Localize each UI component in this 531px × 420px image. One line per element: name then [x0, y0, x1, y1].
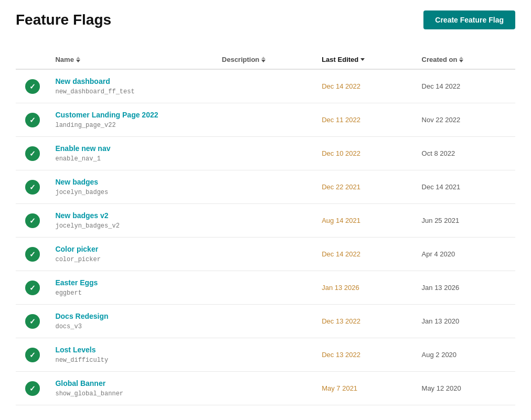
table-header-row: Name Description: [16, 50, 515, 69]
row-status-cell: ✓: [16, 372, 49, 405]
page-title: Feature Flags: [16, 12, 111, 28]
row-name-cell[interactable]: New badgesjocelyn_badges: [49, 170, 215, 204]
row-status-cell: ✓: [16, 238, 49, 271]
row-status-cell: ✓: [16, 305, 49, 338]
row-name-cell[interactable]: New dashboardnew_dashboard_ff_test: [49, 69, 215, 103]
table-row[interactable]: ✓Docs Redesigndocs_v3Dec 13 2022Jan 13 2…: [16, 305, 515, 338]
flag-key: enable_nav_1: [55, 155, 100, 163]
row-last-edited-cell: Aug 14 2021: [315, 204, 415, 238]
row-description-cell: [216, 170, 315, 204]
table-row[interactable]: ✓Customer Landing Page 2022landing_page_…: [16, 103, 515, 137]
enabled-check-icon: ✓: [25, 247, 40, 262]
row-last-edited-cell: May 7 2021: [315, 372, 415, 405]
name-sort-icon[interactable]: [76, 57, 80, 62]
table-row[interactable]: ✓Color pickercolor_pickerDec 14 2022Apr …: [16, 238, 515, 271]
row-created-on-cell: Dec 14 2022: [416, 69, 515, 103]
row-status-cell: ✓: [16, 271, 49, 305]
row-created-on-cell: Apr 4 2020: [416, 238, 515, 271]
row-description-cell: [216, 69, 315, 103]
row-created-on-cell: Nov 22 2022: [416, 103, 515, 137]
flag-key: new_dashboard_ff_test: [55, 88, 134, 95]
table-row[interactable]: ✓New dashboardnew_dashboard_ff_testDec 1…: [16, 69, 515, 103]
row-name-cell[interactable]: Easter Eggseggbert: [49, 271, 215, 305]
flag-name[interactable]: New badges: [55, 178, 209, 186]
row-name-cell[interactable]: Color pickercolor_picker: [49, 238, 215, 271]
row-description-cell: [216, 271, 315, 305]
table-row[interactable]: ✓Lost Levelsnew_difficultyDec 13 2022Aug…: [16, 338, 515, 372]
table-row[interactable]: ✓New badgesjocelyn_badgesDec 22 2021Dec …: [16, 170, 515, 204]
row-last-edited-cell: Dec 22 2021: [315, 170, 415, 204]
row-status-cell: ✓: [16, 137, 49, 170]
table-row[interactable]: ✓Global Bannershow_global_bannerMay 7 20…: [16, 372, 515, 405]
row-created-on-cell: Jun 25 2021: [416, 204, 515, 238]
enabled-check-icon: ✓: [25, 79, 40, 94]
feature-flags-table-wrap: Name Description: [16, 50, 515, 405]
row-status-cell: ✓: [16, 170, 49, 204]
flag-name[interactable]: New badges v2: [55, 211, 209, 220]
flag-key: jocelyn_badges_v2: [55, 222, 119, 230]
row-description-cell: [216, 338, 315, 372]
row-last-edited-cell: Dec 11 2022: [315, 103, 415, 137]
created-sort-icon[interactable]: [459, 57, 463, 62]
enabled-check-icon: ✓: [25, 113, 40, 127]
flag-name[interactable]: Global Banner: [55, 379, 209, 387]
row-name-cell[interactable]: Enable new navenable_nav_1: [49, 137, 215, 170]
table-row[interactable]: ✓New badges v2jocelyn_badges_v2Aug 14 20…: [16, 204, 515, 238]
flag-key: show_global_banner: [55, 390, 123, 397]
row-created-on-cell: Jan 13 2026: [416, 271, 515, 305]
row-last-edited-cell: Jan 13 2026: [315, 271, 415, 305]
enabled-check-icon: ✓: [25, 348, 40, 362]
row-created-on-cell: May 12 2020: [416, 372, 515, 405]
row-name-cell[interactable]: Global Bannershow_global_banner: [49, 372, 215, 405]
row-description-cell: [216, 103, 315, 137]
row-last-edited-cell: Dec 13 2022: [315, 338, 415, 372]
page-container: Feature Flags Create Feature Flag Name: [0, 0, 531, 416]
flag-key: new_difficulty: [55, 357, 108, 364]
desc-sort-icon[interactable]: [261, 57, 266, 62]
col-header-last-edited[interactable]: Last Edited: [315, 50, 415, 69]
row-description-cell: [216, 204, 315, 238]
flag-name[interactable]: Docs Redesign: [55, 312, 209, 320]
create-feature-flag-button[interactable]: Create Feature Flag: [423, 10, 515, 29]
flag-name[interactable]: Lost Levels: [55, 346, 209, 354]
row-created-on-cell: Aug 2 2020: [416, 338, 515, 372]
row-last-edited-cell: Dec 14 2022: [315, 69, 415, 103]
flag-name[interactable]: Customer Landing Page 2022: [55, 111, 209, 119]
row-description-cell: [216, 238, 315, 271]
page-header: Feature Flags Create Feature Flag: [16, 10, 515, 29]
col-header-created-on[interactable]: Created on: [416, 50, 515, 69]
row-status-cell: ✓: [16, 204, 49, 238]
row-created-on-cell: Jan 13 2020: [416, 305, 515, 338]
row-name-cell[interactable]: New badges v2jocelyn_badges_v2: [49, 204, 215, 238]
row-name-cell[interactable]: Lost Levelsnew_difficulty: [49, 338, 215, 372]
table-body: ✓New dashboardnew_dashboard_ff_testDec 1…: [16, 69, 515, 405]
table-row[interactable]: ✓Enable new navenable_nav_1Dec 10 2022Oc…: [16, 137, 515, 170]
flag-key: jocelyn_badges: [55, 189, 108, 196]
row-last-edited-cell: Dec 14 2022: [315, 238, 415, 271]
flag-name[interactable]: New dashboard: [55, 77, 209, 85]
col-header-status: [16, 50, 49, 69]
row-status-cell: ✓: [16, 338, 49, 372]
row-status-cell: ✓: [16, 69, 49, 103]
flag-name[interactable]: Color picker: [55, 245, 209, 253]
flag-key: color_picker: [55, 256, 100, 263]
col-header-name[interactable]: Name: [49, 50, 215, 69]
flag-name[interactable]: Enable new nav: [55, 144, 209, 153]
enabled-check-icon: ✓: [25, 281, 40, 295]
row-name-cell[interactable]: Customer Landing Page 2022landing_page_v…: [49, 103, 215, 137]
col-header-description[interactable]: Description: [216, 50, 315, 69]
table-row[interactable]: ✓Easter EggseggbertJan 13 2026Jan 13 202…: [16, 271, 515, 305]
table-header: Name Description: [16, 50, 515, 69]
enabled-check-icon: ✓: [25, 314, 40, 329]
feature-flags-table: Name Description: [16, 50, 515, 405]
row-description-cell: [216, 137, 315, 170]
flag-name[interactable]: Easter Eggs: [55, 278, 209, 287]
last-edited-sort-icon[interactable]: [360, 58, 365, 61]
enabled-check-icon: ✓: [25, 180, 40, 195]
row-last-edited-cell: Dec 13 2022: [315, 305, 415, 338]
row-created-on-cell: Dec 14 2021: [416, 170, 515, 204]
row-description-cell: [216, 372, 315, 405]
row-name-cell[interactable]: Docs Redesigndocs_v3: [49, 305, 215, 338]
row-description-cell: [216, 305, 315, 338]
flag-key: eggbert: [55, 289, 81, 297]
